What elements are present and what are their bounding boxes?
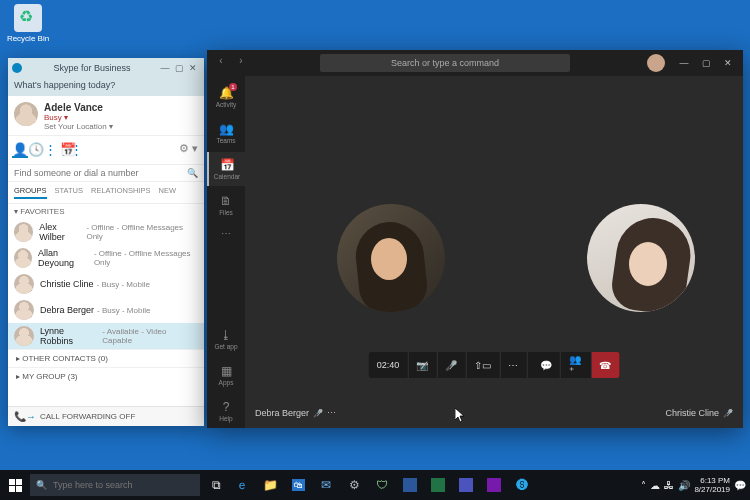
contact-row[interactable]: Lynne Robbins - Available - Video Capabl… xyxy=(8,323,204,349)
rail-help[interactable]: ? Help xyxy=(207,394,245,428)
recycle-bin[interactable]: Recycle Bin xyxy=(6,4,50,43)
apps-icon: ▦ xyxy=(221,364,232,378)
my-location[interactable]: Set Your Location ▾ xyxy=(44,122,113,131)
task-view-button[interactable]: ⧉ xyxy=(204,470,228,500)
rail-teams[interactable]: 👥 Teams xyxy=(207,116,245,150)
dialpad-tab-icon[interactable]: ⋮⋮⋮ xyxy=(44,142,60,158)
contact-name: Christie Cline xyxy=(40,279,94,289)
skype-titlebar[interactable]: Skype for Business — ▢ ✕ xyxy=(8,58,204,78)
group-my-group[interactable]: ▸ MY GROUP (3) xyxy=(8,367,204,385)
toggle-video-button[interactable]: 📷̸ xyxy=(408,352,437,378)
filter-new[interactable]: NEW xyxy=(158,186,176,199)
group-other-contacts[interactable]: ▸ OTHER CONTACTS (0) xyxy=(8,349,204,367)
maximize-button[interactable]: ▢ xyxy=(172,63,186,73)
contact-row[interactable]: Alex Wilber - Offline - Offline Messages… xyxy=(8,219,204,245)
taskbar-app-settings[interactable]: ⚙ xyxy=(340,470,368,500)
teams-search-input[interactable]: Search or type a command xyxy=(320,54,570,72)
tray-volume-icon[interactable]: 🔊 xyxy=(678,480,690,491)
rail-more-icon[interactable]: ⋯ xyxy=(221,228,231,239)
teams-rail: 🔔 Activity 1 👥 Teams 📅 Calendar 🗎 Files … xyxy=(207,76,245,428)
filter-relationships[interactable]: RELATIONSHIPS xyxy=(91,186,150,199)
taskbar-app-onenote[interactable] xyxy=(480,470,508,500)
taskbar-app-explorer[interactable]: 📁 xyxy=(256,470,284,500)
call-controls: 02:40 📷̸ 🎤̸ ⇧▭ ⋯ 💬 👥⁺ ☎ xyxy=(369,352,620,378)
my-status[interactable]: Busy ▾ xyxy=(44,113,113,122)
skype-subtitle[interactable]: What's happening today? xyxy=(8,78,204,96)
contact-row[interactable]: Christie Cline - Busy - Mobile xyxy=(8,271,204,297)
taskbar-app-teams[interactable] xyxy=(452,470,480,500)
skype-nav-tabs: 👤 🕓 ⋮⋮⋮ 📅 ⚙ ▾ xyxy=(8,136,204,165)
toggle-mic-button[interactable]: 🎤̸ xyxy=(437,352,466,378)
taskbar-app-store[interactable]: 🛍 xyxy=(284,470,312,500)
contact-name: Alex Wilber xyxy=(39,222,83,242)
contact-filters: GROUPS STATUS RELATIONSHIPS NEW xyxy=(8,182,204,204)
more-actions-button[interactable]: ⋯ xyxy=(500,352,527,378)
taskbar-app-word[interactable] xyxy=(396,470,424,500)
action-center-icon[interactable]: 💬 xyxy=(734,480,746,491)
video-tile-left[interactable] xyxy=(337,204,445,312)
share-screen-button[interactable]: ⇧▭ xyxy=(466,352,500,378)
avatar xyxy=(14,300,34,320)
minimize-button[interactable]: — xyxy=(158,63,172,73)
start-button[interactable] xyxy=(0,470,30,500)
filter-groups[interactable]: GROUPS xyxy=(14,186,47,199)
settings-gear-icon[interactable]: ⚙ ▾ xyxy=(177,142,200,158)
minimize-button[interactable]: — xyxy=(675,58,693,68)
taskbar-search-input[interactable] xyxy=(53,480,194,490)
teams-icon xyxy=(459,478,473,492)
contact-status: - Busy - Mobile xyxy=(97,280,150,289)
help-icon: ? xyxy=(223,400,230,414)
maximize-button[interactable]: ▢ xyxy=(697,58,715,68)
calendar-icon: 📅 xyxy=(220,158,235,172)
search-icon: 🔍 xyxy=(36,480,47,490)
participant-name: Debra Berger xyxy=(255,408,309,418)
profile-avatar[interactable] xyxy=(647,54,665,72)
rail-apps[interactable]: ▦ Apps xyxy=(207,358,245,392)
open-chat-button[interactable]: 💬 xyxy=(532,352,561,378)
taskbar-clock[interactable]: 6:13 PM 8/27/2019 xyxy=(694,476,730,494)
close-button[interactable]: ✕ xyxy=(719,58,737,68)
conversations-tab-icon[interactable]: 🕓 xyxy=(28,142,44,158)
call-forward-icon: 📞→ xyxy=(14,411,36,422)
taskbar: 🔍 ⧉ ｅ 📁 🛍 ✉ ⚙ 🛡 🅢 ˄ ☁ 🖧 🔊 6:13 PM 8/27/2… xyxy=(0,470,750,500)
contact-row[interactable]: Debra Berger - Busy - Mobile xyxy=(8,297,204,323)
skype-footer[interactable]: 📞→ CALL FORWARDING OFF xyxy=(8,406,204,426)
taskbar-app-edge[interactable]: ｅ xyxy=(228,470,256,500)
taskbar-search[interactable]: 🔍 xyxy=(30,474,200,496)
rail-activity[interactable]: 🔔 Activity 1 xyxy=(207,80,245,114)
avatar xyxy=(14,274,34,294)
teams-titlebar[interactable]: ‹ › Search or type a command — ▢ ✕ xyxy=(207,50,743,76)
rail-calendar[interactable]: 📅 Calendar xyxy=(207,152,245,186)
close-button[interactable]: ✕ xyxy=(186,63,200,73)
skype-search-input[interactable] xyxy=(14,168,187,178)
meetings-tab-icon[interactable]: 📅 xyxy=(60,142,76,158)
skype-logo-icon xyxy=(12,63,22,73)
hang-up-button[interactable]: ☎ xyxy=(591,352,619,378)
tray-network-icon[interactable]: 🖧 xyxy=(664,480,674,491)
video-tile-right[interactable] xyxy=(587,204,695,312)
filter-status[interactable]: STATUS xyxy=(55,186,83,199)
back-button[interactable]: ‹ xyxy=(213,55,229,71)
taskbar-app-security[interactable]: 🛡 xyxy=(368,470,396,500)
taskbar-app-skype[interactable]: 🅢 xyxy=(508,470,536,500)
participant-more-button[interactable]: ⋯ xyxy=(327,408,336,418)
rail-get-app[interactable]: ⭳ Get app xyxy=(207,322,245,356)
forward-button[interactable]: › xyxy=(233,55,249,71)
tray-chevron-icon[interactable]: ˄ xyxy=(641,480,646,491)
favorites-header[interactable]: ▾ FAVORITES xyxy=(8,204,204,219)
my-name: Adele Vance xyxy=(44,102,113,113)
share-icon: ⇧▭ xyxy=(474,360,491,371)
people-add-icon: 👥⁺ xyxy=(569,354,582,376)
presence-dot-icon xyxy=(28,237,33,242)
rail-files[interactable]: 🗎 Files xyxy=(207,188,245,222)
taskbar-app-excel[interactable] xyxy=(424,470,452,500)
contact-row[interactable]: Allan Deyoung - Offline - Offline Messag… xyxy=(8,245,204,271)
show-participants-button[interactable]: 👥⁺ xyxy=(561,352,591,378)
taskbar-app-mail[interactable]: ✉ xyxy=(312,470,340,500)
call-stage: 02:40 📷̸ 🎤̸ ⇧▭ ⋯ 💬 👥⁺ ☎ Debra Berger 🎤̸ … xyxy=(245,76,743,428)
tray-onedrive-icon[interactable]: ☁ xyxy=(650,480,660,491)
files-icon: 🗎 xyxy=(220,194,232,208)
skype-search[interactable]: 🔍 xyxy=(8,165,204,182)
my-profile[interactable]: Adele Vance Busy ▾ Set Your Location ▾ xyxy=(8,96,204,136)
contacts-tab-icon[interactable]: 👤 xyxy=(12,142,28,158)
